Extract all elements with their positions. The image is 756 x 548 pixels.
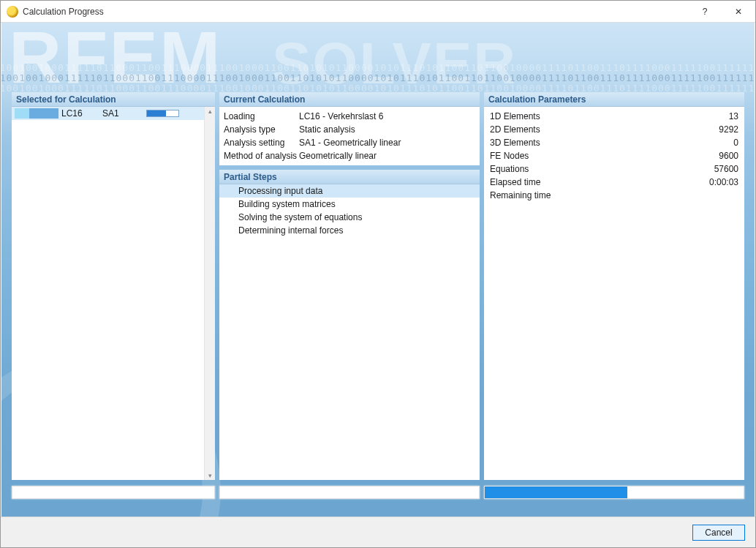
param-row: FE Nodes9600: [490, 149, 738, 162]
param-row: 2D Elements9292: [490, 123, 738, 136]
load-case-label: LC16: [61, 108, 102, 119]
kv-row: Analysis settingSA1 - Geometrically line…: [224, 136, 475, 149]
param-key: Equations: [490, 162, 695, 176]
param-key: FE Nodes: [490, 149, 695, 162]
calculation-parameters-panel: Calculation Parameters 1D Elements132D E…: [484, 92, 744, 480]
mini-progress: [146, 110, 179, 117]
kv-key: Method of analysis: [224, 149, 299, 162]
panel-header: Selected for Calculation: [12, 92, 215, 107]
scroll-up-icon[interactable]: ▴: [206, 108, 213, 115]
titlebar: Calculation Progress ? ✕: [1, 1, 755, 23]
panel-body: LoadingLC16 - Verkehrslast 6Analysis typ…: [219, 107, 480, 165]
panel-header: Partial Steps: [219, 170, 480, 184]
param-row: Equations57600: [490, 162, 738, 176]
kv-value: SA1 - Geometrically linear: [299, 136, 401, 149]
partial-step: Solving the system of equations: [219, 211, 480, 224]
partial-step: Processing input data: [219, 184, 480, 198]
param-row: 3D Elements0: [490, 136, 738, 149]
progress-bar-right: [484, 486, 744, 499]
panels: Selected for Calculation LC16 SA1 ▴ ▾ Cu…: [12, 92, 744, 480]
panel-header: Current Calculation: [219, 92, 480, 107]
button-bar: Cancel: [1, 517, 755, 547]
param-value: 57600: [695, 162, 738, 176]
color-swatch: [29, 108, 58, 119]
param-value: 9600: [695, 149, 738, 162]
param-key: Elapsed time: [490, 176, 695, 189]
param-value: 9292: [695, 123, 738, 136]
panel-body: 1D Elements132D Elements92923D Elements0…: [484, 107, 744, 480]
kv-value: LC16 - Verkehrslast 6: [299, 110, 383, 123]
help-button[interactable]: ?: [688, 1, 722, 23]
param-row: Remaining time: [490, 189, 738, 202]
kv-row: LoadingLC16 - Verkehrslast 6: [224, 110, 475, 123]
kv-value: Geometrically linear: [299, 149, 377, 162]
param-value: 0: [695, 136, 738, 149]
calculation-row[interactable]: LC16 SA1: [12, 107, 215, 120]
selected-for-calculation-panel: Selected for Calculation LC16 SA1 ▴ ▾: [12, 92, 215, 480]
cancel-button[interactable]: Cancel: [692, 525, 745, 541]
app-icon: [7, 6, 18, 18]
scrollbar[interactable]: ▴ ▾: [204, 107, 215, 480]
window-title: Calculation Progress: [23, 7, 688, 17]
bg-binary: 1110010010001111101100011001110000111001…: [1, 62, 755, 73]
progress-bar-left: [12, 486, 215, 499]
kv-key: Loading: [224, 110, 299, 123]
color-swatch: [15, 108, 29, 119]
analysis-setting-label: SA1: [102, 108, 146, 119]
panel-body: Processing input dataBuilding system mat…: [219, 184, 480, 480]
param-key: Remaining time: [490, 189, 695, 202]
param-value: 0:00:03: [695, 176, 738, 189]
panel-header: Calculation Parameters: [484, 92, 744, 107]
progress-row: [12, 486, 744, 502]
close-button[interactable]: ✕: [722, 1, 755, 23]
param-value: [695, 189, 738, 202]
kv-key: Analysis setting: [224, 136, 299, 149]
middle-column: Current Calculation LoadingLC16 - Verkeh…: [219, 92, 480, 480]
partial-step: Determining internal forces: [219, 224, 480, 237]
param-row: 1D Elements13: [490, 110, 738, 123]
param-key: 3D Elements: [490, 136, 695, 149]
bg-binary: 1110010010001111101100011001110000111001…: [1, 72, 755, 83]
partial-steps-panel: Partial Steps Processing input dataBuild…: [219, 170, 480, 480]
param-value: 13: [695, 110, 738, 123]
panel-body: LC16 SA1 ▴ ▾: [12, 107, 215, 480]
param-key: 2D Elements: [490, 123, 695, 136]
scroll-down-icon[interactable]: ▾: [206, 472, 213, 479]
progress-bar-middle: [219, 486, 480, 499]
current-calculation-panel: Current Calculation LoadingLC16 - Verkeh…: [219, 92, 480, 165]
partial-step: Building system matrices: [219, 198, 480, 211]
kv-value: Static analysis: [299, 123, 355, 136]
param-key: 1D Elements: [490, 110, 695, 123]
param-row: Elapsed time0:00:03: [490, 176, 738, 189]
kv-key: Analysis type: [224, 123, 299, 136]
kv-row: Analysis typeStatic analysis: [224, 123, 475, 136]
kv-row: Method of analysisGeometrically linear: [224, 149, 475, 162]
